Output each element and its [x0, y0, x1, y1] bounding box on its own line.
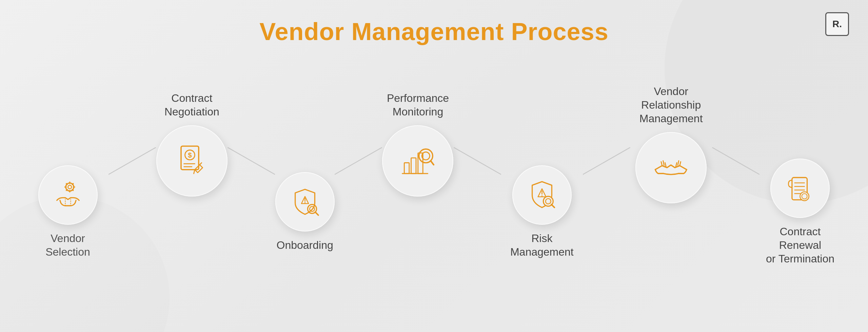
svg-line-7 [72, 189, 73, 190]
svg-point-19 [304, 202, 305, 203]
contract-dollar-icon: $ [172, 141, 212, 181]
svg-line-8 [66, 189, 67, 190]
label-performance-monitoring: PerformanceMonitoring [387, 91, 449, 118]
label-vendor-selection: Vendor Selection [27, 232, 108, 259]
label-contract-renewal: Contract Renewalor Termination [760, 225, 841, 265]
svg-line-39 [712, 147, 760, 174]
svg-line-38 [583, 147, 630, 174]
circle-vendor-relationship [635, 132, 707, 203]
node-risk-management: Risk Management [501, 131, 583, 259]
shield-magnify-icon [287, 184, 323, 220]
label-vendor-relationship: Vendor RelationshipManagement [630, 85, 712, 125]
circle-vendor-selection [38, 165, 98, 225]
circle-onboarding [275, 172, 335, 232]
handshake-gear-icon [50, 177, 86, 213]
handshake-icon [651, 148, 691, 187]
node-contract-renewal: Contract Renewalor Termination [760, 125, 841, 265]
svg-rect-25 [404, 163, 409, 174]
svg-line-37 [551, 204, 554, 207]
diagram: Vendor Selection ContractNegotiation $ [0, 56, 868, 293]
svg-point-34 [541, 195, 542, 196]
svg-line-23 [315, 212, 318, 215]
connector-3 [335, 147, 382, 202]
svg-line-18 [228, 147, 275, 174]
label-contract-negotiation: ContractNegotiation [164, 91, 219, 118]
svg-line-10 [108, 147, 156, 174]
node-performance-monitoring: PerformanceMonitoring [382, 91, 453, 230]
svg-line-24 [335, 147, 382, 174]
connector-2 [228, 147, 275, 202]
svg-line-32 [454, 147, 501, 174]
node-vendor-relationship: Vendor RelationshipManagement [630, 85, 712, 237]
svg-line-6 [66, 183, 67, 184]
svg-rect-26 [411, 158, 416, 173]
svg-point-45 [800, 192, 809, 201]
label-risk-management: Risk Management [501, 232, 583, 259]
svg-line-31 [431, 161, 434, 165]
page-title: Vendor Management Process [0, 0, 868, 56]
node-onboarding: Onboarding [275, 138, 335, 252]
logo: R. [825, 12, 849, 36]
circle-contract-negotiation: $ [156, 125, 228, 197]
svg-text:$: $ [188, 151, 192, 159]
svg-line-17 [200, 163, 202, 165]
svg-line-9 [72, 183, 73, 184]
chart-magnify-icon [398, 141, 438, 181]
shield-search-icon [524, 177, 560, 213]
node-contract-negotiation: ContractNegotiation $ [156, 91, 228, 230]
nodes-row: Vendor Selection ContractNegotiation $ [27, 84, 841, 265]
connector-4 [454, 147, 501, 202]
circle-contract-renewal [770, 159, 830, 218]
connector-6 [712, 147, 760, 202]
circle-performance-monitoring [382, 125, 453, 197]
node-vendor-selection: Vendor Selection [27, 131, 108, 259]
connector-1 [108, 147, 156, 202]
scroll-document-icon [782, 170, 818, 206]
label-onboarding: Onboarding [277, 238, 333, 252]
circle-risk-management [512, 165, 572, 225]
connector-5 [583, 147, 630, 202]
svg-point-1 [68, 185, 72, 189]
